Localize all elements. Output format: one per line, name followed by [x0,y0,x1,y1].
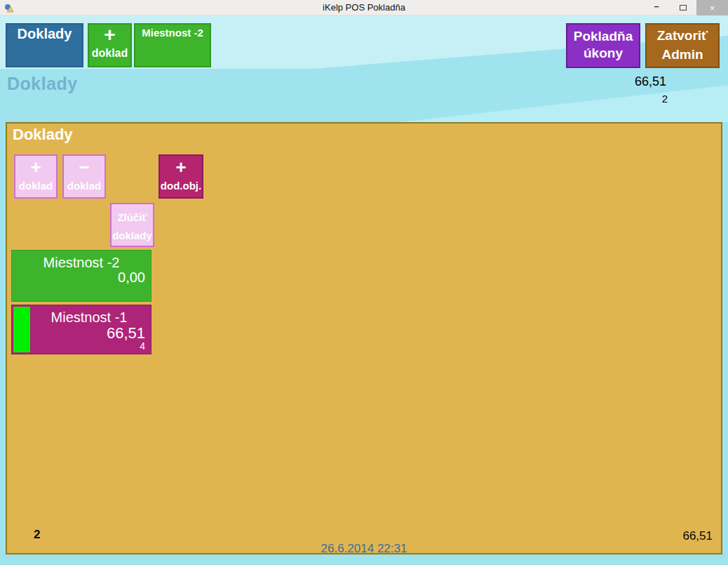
footer-datetime: 26.6.2014 22:31 [7,542,721,556]
toolbar-add-doklad-button[interactable]: + doklad [88,23,132,67]
merge-doklady-button[interactable]: Zlúčiť doklady [110,203,154,247]
toolbar-doklady-button[interactable]: Doklady [6,23,83,67]
maximize-button[interactable] [670,0,696,15]
footer-document-count: 2 [34,528,40,542]
plus-icon: + [160,159,202,175]
toolbar-miestnost-button[interactable]: Miestnost -2 [134,23,211,67]
minimize-button[interactable]: – [643,0,670,15]
room-amount: 0,00 [12,270,151,286]
plus-icon: + [89,26,130,44]
room-panel-miestnost-2[interactable]: Miestnost -2 0,00 [11,250,151,302]
zatvorit-line2: Admin [661,47,703,62]
add-doklad-button[interactable]: + doklad [14,154,58,199]
add-dod-obj-button[interactable]: + dod.obj. [159,154,203,199]
window-titlebar: iKelp POS Pokladňa – × [0,0,728,15]
pokladna-ukony-line2: úkony [584,46,623,60]
room-name: Miestnost -2 [12,255,151,271]
plus-icon: + [15,159,56,175]
header-document-count: 2 [635,93,668,105]
header-totals: 66,51 2 [635,74,666,105]
add-dod-obj-label: dod.obj. [160,180,202,192]
header-section-title: Doklady [7,74,78,94]
header-diagonal-sheen [400,83,728,122]
maximize-icon [680,5,687,11]
add-doklad-label: doklad [15,180,56,192]
room-panel-miestnost-1[interactable]: Miestnost -1 66,51 4 [11,305,151,354]
minus-icon: − [64,159,105,175]
merge-line2: doklady [112,230,152,241]
footer-total-amount: 66,51 [682,529,713,543]
panel-title: Doklady [13,126,73,144]
add-doklad-label: doklad [89,47,130,60]
room-status-stripe [13,307,30,352]
toolbar-pokladna-ukony-button[interactable]: Pokladňa úkony [566,23,640,68]
toolbar-zatvorit-admin-button[interactable]: Zatvoriť Admin [645,23,720,68]
app-icon [4,3,14,12]
window-controls: – × [643,0,728,15]
window-title: iKelp POS Pokladňa [0,2,728,13]
header-total-amount: 66,51 [635,74,666,89]
close-button[interactable]: × [696,0,728,15]
merge-line1: Zlúčiť [117,211,147,223]
remove-doklad-button[interactable]: − doklad [62,154,106,199]
pokladna-ukony-line1: Pokladňa [574,29,633,44]
zatvorit-line1: Zatvoriť [657,28,708,43]
documents-panel: Doklady + doklad − doklad + dod.obj. Zlú… [6,122,722,554]
remove-doklad-label: doklad [64,180,105,192]
room-name: Miestnost -1 [12,310,151,326]
